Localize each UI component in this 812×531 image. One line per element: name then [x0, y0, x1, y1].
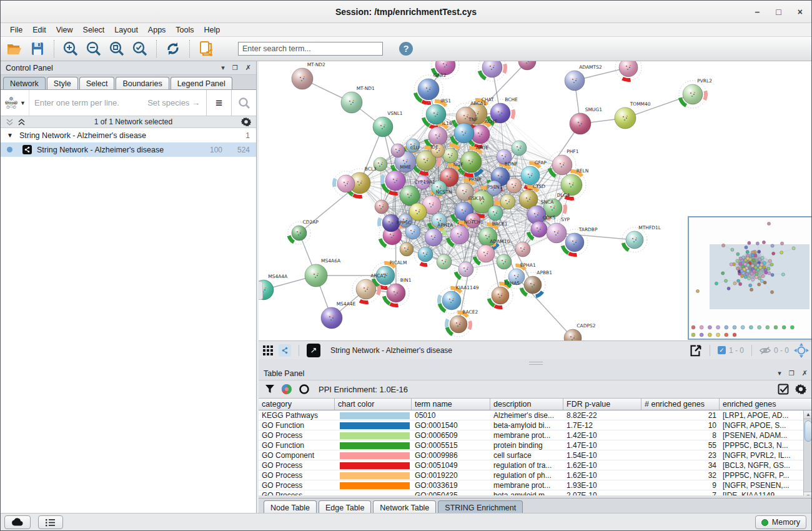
table-scrollbar[interactable]: ▲ ▼ [803, 410, 812, 495]
maximize-button[interactable]: □ [776, 7, 781, 17]
tab-legend-panel[interactable]: Legend Panel [171, 77, 232, 89]
menu-select[interactable]: Select [79, 24, 109, 36]
network-node[interactable] [443, 148, 458, 163]
menu-tools[interactable]: Tools [171, 24, 198, 36]
network-node[interactable] [400, 242, 413, 256]
ring-chart-icon[interactable] [299, 384, 310, 395]
network-node[interactable] [375, 200, 389, 214]
minimize-button[interactable]: – [755, 7, 760, 17]
network-node[interactable] [437, 254, 452, 269]
close-button[interactable]: × [798, 7, 803, 17]
export-view-icon[interactable] [688, 344, 702, 357]
set-species-hint[interactable]: Set species → [147, 98, 206, 107]
string-options-button[interactable]: ≡ [206, 90, 231, 116]
network-node-il1b[interactable] [428, 127, 447, 146]
zoom-selected-button[interactable] [131, 40, 149, 57]
network-node[interactable] [515, 242, 530, 257]
network-node[interactable] [507, 178, 522, 193]
network-node-smug1[interactable] [570, 113, 591, 134]
column-header-term-name[interactable]: term name [412, 399, 490, 410]
panel-menu-icon[interactable]: ▾ [778, 369, 781, 377]
horizontal-splitter[interactable] [259, 359, 812, 367]
network-node-epha5[interactable] [492, 287, 509, 304]
select-terms-icon[interactable] [778, 384, 789, 395]
help-button[interactable]: ? [397, 40, 415, 57]
table-row[interactable]: GO FunctionGO:0001540beta-amyloid bi...1… [259, 420, 812, 430]
network-row-selected[interactable]: String Network - Alzheimer's disease 100… [1, 142, 256, 157]
tab-node-table[interactable]: Node Table [264, 500, 317, 514]
network-node-mthfd1l[interactable] [626, 231, 643, 249]
zoom-in-button[interactable] [62, 40, 79, 57]
network-node[interactable] [488, 206, 503, 221]
column-header-chart-color[interactable]: chart color [335, 399, 412, 410]
string-source-button[interactable]: STRING ▼ [1, 90, 29, 116]
menu-layout[interactable]: Layout [110, 24, 142, 36]
refresh-network-button[interactable] [164, 40, 182, 57]
network-node-adamts2[interactable] [565, 71, 585, 91]
menu-view[interactable]: View [52, 24, 77, 36]
tree-expand-icon[interactable]: ▼ [7, 132, 13, 139]
zoom-fit-button[interactable] [108, 40, 126, 57]
open-session-button[interactable] [6, 40, 23, 57]
tab-network-table[interactable]: Network Table [373, 500, 436, 514]
table-row[interactable]: GO ComponentGO:0009986cell surface1.54E-… [259, 450, 812, 460]
table-row[interactable]: GO ProcessGO:0050435beta-amyloid m...2.0… [259, 490, 812, 495]
network-node-ms4a4e[interactable] [321, 307, 342, 329]
menu-file[interactable]: File [6, 24, 27, 36]
tab-select[interactable]: Select [79, 77, 115, 89]
network-node-tomm40[interactable] [615, 107, 636, 129]
menu-edit[interactable]: Edit [28, 24, 51, 36]
filter-icon[interactable] [265, 384, 275, 394]
network-node-kiaa1149[interactable] [442, 291, 461, 310]
column-header--enriched-genes[interactable]: # enriched genes [641, 399, 720, 410]
network-node-abca7[interactable] [356, 279, 376, 299]
scroll-down-icon[interactable]: ▼ [804, 492, 812, 495]
scroll-up-icon[interactable]: ▲ [804, 410, 812, 419]
network-node[interactable] [418, 247, 433, 262]
column-header-category[interactable]: category [259, 399, 335, 410]
panel-close-icon[interactable]: ✗ [802, 369, 808, 377]
network-node[interactable] [512, 141, 527, 156]
network-node-mme[interactable] [385, 171, 405, 191]
panel-splitter-grip[interactable] [259, 281, 263, 300]
network-node[interactable] [500, 194, 515, 209]
gear-icon[interactable] [795, 384, 806, 395]
scrollbar-thumb[interactable] [805, 420, 812, 442]
pie-chart-icon[interactable] [281, 384, 292, 395]
save-session-button[interactable] [29, 40, 46, 57]
network-node[interactable] [518, 61, 536, 70]
network-canvas[interactable]: MT-ND2MT-ND1VSNL1ADAMTS2PVRL2TOMM40SMUG1… [259, 61, 812, 340]
collapse-all-icon[interactable] [6, 118, 14, 126]
network-node-cd2ap[interactable] [292, 226, 307, 241]
column-header-enriched-genes[interactable]: enriched genes [720, 399, 812, 410]
gear-icon[interactable] [241, 117, 251, 127]
column-header-FDR-p-value[interactable]: FDR p-value [563, 399, 641, 410]
import-network-button[interactable] [197, 40, 215, 57]
expand-all-icon[interactable] [17, 118, 26, 126]
network-node-cdk5[interactable] [531, 221, 547, 237]
cloud-button[interactable] [4, 515, 31, 529]
network-node[interactable] [482, 61, 502, 77]
network-node[interactable] [458, 262, 473, 277]
network-node-mt-nd2[interactable] [292, 68, 313, 89]
network-node-phf1[interactable] [552, 155, 572, 175]
tab-boundaries[interactable]: Boundaries [116, 77, 169, 89]
grid-mode-icon[interactable] [262, 345, 274, 356]
panel-menu-icon[interactable]: ▾ [221, 64, 225, 72]
network-node-syp[interactable] [547, 223, 567, 243]
column-header-description[interactable]: description [490, 399, 563, 410]
network-node-notch1[interactable] [450, 226, 469, 244]
network-node-apbb1[interactable] [524, 276, 542, 294]
panel-float-icon[interactable]: ❐ [232, 64, 238, 71]
network-node-apoe[interactable] [460, 151, 482, 172]
network-node[interactable] [497, 254, 512, 269]
table-row[interactable]: KEGG Pathways05010Alzheimer's dise...8.8… [259, 410, 812, 420]
network-node-bin1[interactable] [387, 284, 405, 302]
network-node[interactable] [619, 61, 638, 77]
tab-network[interactable]: Network [3, 77, 46, 89]
network-node-cyp19a1[interactable] [400, 186, 420, 206]
memory-button[interactable]: Memory [755, 515, 806, 529]
network-node-adam10[interactable] [477, 245, 495, 262]
network-node-gfap[interactable] [521, 166, 540, 185]
table-row[interactable]: GO ProcessGO:0033619membrane prot...1.93… [259, 480, 812, 490]
